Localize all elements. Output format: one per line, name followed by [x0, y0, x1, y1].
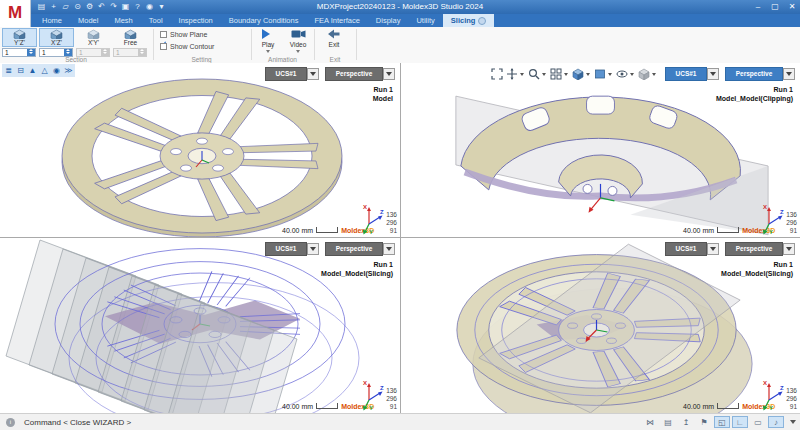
sound-record-icon[interactable]: ♪ [768, 416, 784, 428]
chevron-down-icon[interactable] [586, 73, 590, 78]
slicing-tab-close-icon[interactable] [478, 17, 486, 25]
projection-dropdown[interactable]: Perspective [725, 242, 783, 256]
new-file-icon[interactable]: + [48, 1, 59, 13]
tab-inspection[interactable]: Inspection [171, 14, 221, 27]
tab-home[interactable]: Home [34, 14, 70, 27]
settings-gear-icon[interactable]: ⚙ [84, 1, 95, 13]
close-button[interactable]: ✕ [787, 0, 797, 13]
ucs-dropdown[interactable]: UCS#1 [665, 242, 707, 256]
projection-dropdown[interactable]: Perspective [325, 67, 383, 81]
viewport-clipping[interactable]: UCS#1 Perspective Run 1 Model_Model(Clip… [401, 63, 800, 237]
model-tree-icon[interactable]: ⊟ [15, 65, 26, 76]
viewport-layout-icon[interactable] [549, 67, 563, 80]
show-contour-checkbox[interactable]: Show Contour [160, 43, 214, 50]
maximize-button[interactable]: ▢ [770, 0, 780, 13]
viewport-model[interactable]: ≣ ⊟ ▲ △ ◉ ≫ UCS#1 Perspective Run 1 Mode… [0, 63, 400, 237]
fit-all-icon[interactable] [490, 67, 504, 80]
chevron-down-icon[interactable] [296, 50, 300, 55]
help-icon[interactable]: ? [132, 1, 143, 13]
status-toggle-group: ⋈ ▤ ↥ ⚑ ◱ ∟ ▭ ♪ [642, 416, 784, 428]
tab-mesh[interactable]: Mesh [106, 14, 140, 27]
projection-caret[interactable] [383, 68, 395, 80]
checkbox-checked[interactable] [160, 31, 167, 38]
ribbon-tab-bar: Home Model Mesh Tool Inspection Boundary… [0, 14, 800, 27]
tab-display[interactable]: Display [368, 14, 409, 27]
qat-more-icon[interactable]: ▾ [156, 1, 167, 13]
projection-caret[interactable] [383, 243, 395, 255]
probe-icon[interactable]: △ [39, 65, 50, 76]
minimize-button[interactable]: – [753, 0, 763, 13]
chevron-down-icon[interactable] [564, 73, 568, 78]
exit-button[interactable]: Exit [320, 29, 348, 55]
pan-icon[interactable] [505, 67, 519, 80]
moldex3d-logo[interactable]: M [0, 0, 31, 27]
region-icon[interactable]: ▭ [750, 416, 766, 428]
chevron-down-icon[interactable] [266, 50, 270, 55]
tab-boundary-conditions[interactable]: Boundary Conditions [221, 14, 307, 27]
svg-text:Z: Z [780, 385, 784, 391]
show-contour-label: Show Contour [170, 43, 214, 50]
chevron-down-icon[interactable] [520, 73, 524, 78]
ortho-snap-icon[interactable]: ∟ [732, 416, 748, 428]
snapshot-note-icon[interactable]: ▤ [660, 416, 676, 428]
ucs-caret[interactable] [307, 243, 319, 255]
chevron-down-icon[interactable] [542, 73, 546, 78]
view-cube-icon[interactable] [571, 67, 585, 80]
projection-caret[interactable] [783, 243, 795, 255]
redo-icon[interactable]: ↷ [108, 1, 119, 13]
ucs-dropdown[interactable]: UCS#1 [265, 67, 307, 81]
ucs-caret[interactable] [707, 243, 719, 255]
section-view-icon[interactable]: ▲ [27, 65, 38, 76]
collapse-icon[interactable]: ≫ [63, 65, 74, 76]
spinner-arrows-icon[interactable] [64, 49, 72, 56]
command-prompt[interactable]: Command < Close WIZARD > [24, 418, 131, 427]
ucs-dropdown[interactable]: UCS#1 [265, 242, 307, 256]
open-folder-icon[interactable]: ▱ [60, 1, 71, 13]
section-free-label: Free [124, 39, 137, 46]
tab-slicing-active[interactable]: Slicing [443, 14, 495, 27]
ucs-caret[interactable] [307, 68, 319, 80]
report-icon[interactable]: ▣ [120, 1, 131, 13]
play-button[interactable]: Play [254, 29, 282, 55]
lasso-select-icon[interactable]: ⋈ [642, 416, 658, 428]
projection-dropdown[interactable]: Perspective [325, 242, 383, 256]
viewport-slicing-shaded[interactable]: UCS#1 Perspective Run 1 Model_Model(Slic… [401, 238, 800, 413]
info-icon[interactable]: ◉ [51, 65, 62, 76]
pick-mode-icon[interactable]: ↥ [678, 416, 694, 428]
projection-caret[interactable] [783, 68, 795, 80]
chevron-down-icon[interactable] [630, 73, 634, 78]
section-xy-button[interactable]: X'Y' [76, 28, 111, 47]
shading-mode-icon[interactable] [637, 67, 651, 80]
visibility-eye-icon[interactable] [615, 67, 629, 80]
find-icon[interactable]: ⊙ [72, 1, 83, 13]
axis-triad: X Z Y 136 296 91 [359, 377, 397, 411]
tab-tool[interactable]: Tool [141, 14, 171, 27]
chevron-down-icon[interactable] [608, 73, 612, 78]
axis-triad-icon: X Z Y [759, 201, 785, 235]
spinner-arrows-icon[interactable] [27, 49, 35, 56]
chevron-down-icon[interactable] [652, 73, 656, 78]
tab-model[interactable]: Model [70, 14, 106, 27]
zoom-window-icon[interactable] [527, 67, 541, 80]
flag-marker-icon[interactable]: ⚑ [696, 416, 712, 428]
section-yz-button[interactable]: Y'Z' [2, 28, 37, 47]
render-style-icon[interactable] [593, 67, 607, 80]
projection-dropdown[interactable]: Perspective [725, 67, 783, 81]
section-free-button[interactable]: Free [113, 28, 148, 47]
section-xz-button[interactable]: X'Z' [39, 28, 74, 47]
ucs-dropdown[interactable]: UCS#1 [665, 67, 707, 81]
box-select-icon[interactable]: ◱ [714, 416, 730, 428]
ucs-caret[interactable] [707, 68, 719, 80]
viewport-slicing-wireframe[interactable]: UCS#1 Perspective Run 1 Model_Model(Slic… [0, 238, 400, 413]
video-button[interactable]: Video [284, 29, 312, 55]
tab-utility[interactable]: Utility [408, 14, 442, 27]
result-list-icon[interactable]: ≣ [3, 65, 14, 76]
undo-icon[interactable]: ↶ [96, 1, 107, 13]
checkbox-unchecked[interactable] [160, 43, 167, 50]
snapshot-camera-icon[interactable]: ◉ [144, 1, 155, 13]
save-icon[interactable]: ▤ [36, 1, 47, 13]
status-bar: i Command < Close WIZARD > ⋈ ▤ ↥ ⚑ ◱ ∟ ▭… [0, 413, 800, 430]
tab-fea-interface[interactable]: FEA Interface [306, 14, 367, 27]
show-plane-checkbox[interactable]: Show Plane [160, 31, 207, 38]
status-more-caret[interactable] [790, 420, 796, 427]
